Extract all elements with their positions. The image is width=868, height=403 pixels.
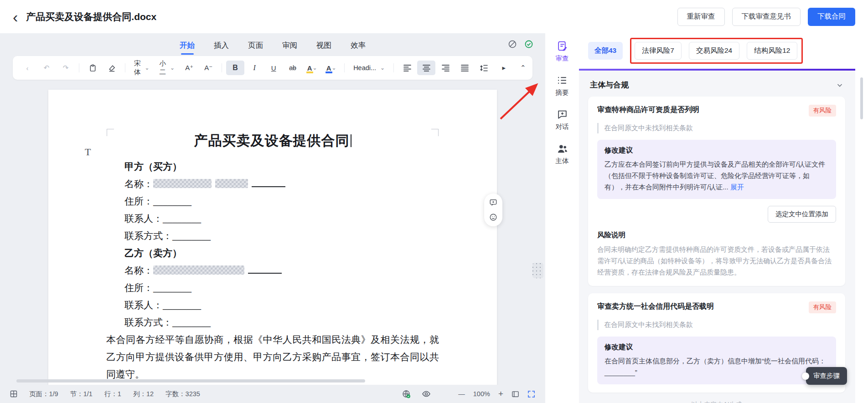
document-page[interactable]: T 产品买卖及设备提供合同 甲方（买方） 名称： 住所：________ 联系人… [48, 90, 497, 385]
paragraph-style-value: Headi... [353, 64, 376, 71]
card-actions: 选定文中位置添加 [597, 206, 836, 223]
paragraph-style-select[interactable]: Headi... ⌄ [349, 61, 389, 75]
section-title: 主体与合规 [590, 80, 629, 90]
eye-icon[interactable] [422, 390, 431, 398]
ribbon-menu: 开始 插入 页面 审阅 视图 效率 [0, 33, 545, 54]
party-a-address-line[interactable]: 住所：________ [106, 193, 439, 210]
align-center-icon[interactable] [417, 61, 435, 75]
sidebar-item-entity[interactable]: 主体 [556, 143, 569, 165]
suggestion-box: 修改建议 乙方应在本合同签订前向甲方提供与设备及产品相关的全部许可/认证文件（包… [597, 140, 836, 199]
line-spacing-icon[interactable] [475, 61, 493, 75]
chevron-down-icon[interactable] [836, 82, 843, 89]
party-a-name-line[interactable]: 名称： [106, 175, 439, 193]
menu-tab-start[interactable]: 开始 [179, 39, 196, 52]
tab-all-risks[interactable]: 全部43 [588, 42, 623, 60]
suggestion-text: 乙方应在本合同签订前向甲方提供与设备及产品相关的全部许可/认证文件（包括但不限于… [604, 158, 829, 193]
font-color-letter: A [326, 64, 332, 72]
tab-structure-risk[interactable]: 结构风险12 [747, 42, 797, 60]
party-b-contact-method-line[interactable]: 联系方式：________ [106, 314, 439, 331]
text-cursor-marker: T [85, 146, 91, 158]
panel-drag-handle[interactable] [532, 263, 543, 278]
vertical-scrollbar[interactable] [860, 77, 863, 119]
align-right-icon[interactable] [436, 61, 455, 75]
party-b-name-line[interactable]: 名称： [106, 262, 439, 279]
more-tools-icon[interactable]: ▸ [495, 61, 513, 75]
editor-area: 开始 插入 页面 审阅 视图 效率 ‹ ↶ [0, 33, 545, 403]
page-layout-icon[interactable] [10, 390, 17, 398]
sidebar-item-review[interactable]: 审查 [556, 41, 569, 63]
menu-tab-page[interactable]: 页面 [247, 39, 264, 52]
party-a-contact-line[interactable]: 联系人：________ [106, 210, 439, 227]
sidebar-item-label: 摘要 [556, 88, 569, 97]
contract-title[interactable]: 产品买卖及设备提供合同 [106, 132, 439, 150]
font-family-select[interactable]: 宋体 ⌄ [129, 61, 154, 75]
back-icon[interactable]: ‹ [13, 9, 18, 25]
fit-page-icon[interactable] [512, 390, 519, 398]
tab-trade-risk[interactable]: 交易风险24 [689, 42, 739, 60]
sidebar-item-label: 主体 [556, 157, 569, 165]
strikethrough-button[interactable]: ab [284, 61, 302, 75]
toolbar-collapse-left-icon[interactable]: ‹ [18, 61, 36, 75]
tab-legal-risk[interactable]: 法律风险7 [635, 42, 682, 60]
align-justify-icon[interactable] [455, 61, 474, 75]
cloud-saved-icon[interactable] [524, 40, 533, 49]
zoom-out-button[interactable]: — [458, 390, 465, 398]
highlight-letter: A [307, 64, 313, 72]
risk-explanation-text: 合同未明确约定乙方需提供特种商品的许可资质文件，若设备或产品属于依法需许可/认证… [597, 244, 836, 278]
spellcheck-globe-icon[interactable] [402, 390, 411, 398]
menu-tab-insert[interactable]: 插入 [213, 39, 230, 52]
font-size-select[interactable]: 小二 ⌄ [155, 61, 180, 75]
smiley-icon[interactable] [489, 213, 497, 221]
italic-button[interactable]: I [245, 61, 264, 75]
sidebar-item-summary[interactable]: 摘要 [556, 75, 569, 97]
undo-icon[interactable]: ↶ [37, 61, 56, 75]
contract-preamble[interactable]: 本合同各方经平等自愿协商，根据《中华人民共和国民法典》及相关法规，就乙方向甲方提… [106, 331, 439, 383]
expand-link[interactable]: 展开 [730, 183, 744, 191]
party-b-heading[interactable]: 乙方（卖方） [106, 245, 439, 262]
increase-font-icon[interactable]: A⁺ [180, 61, 198, 75]
add-comment-icon[interactable] [489, 199, 497, 207]
underline-button[interactable]: U [264, 61, 283, 75]
people-icon [557, 143, 568, 154]
review-card: 审查特种商品许可资质是否列明 有风险 在合同原文中未找到相关条款 修改建议 乙方… [588, 97, 845, 286]
download-opinion-button[interactable]: 下载审查意见书 [732, 8, 801, 26]
party-a-contact-method-line[interactable]: 联系方式：________ [106, 227, 439, 245]
main-area: 开始 插入 页面 审阅 视图 效率 ‹ ↶ [0, 33, 868, 403]
align-left-icon[interactable] [398, 61, 416, 75]
risk-badge: 有风险 [809, 105, 837, 117]
word-count: 字数：3235 [165, 390, 200, 398]
sidebar-item-chat[interactable]: 对话 [556, 109, 569, 131]
rereview-button[interactable]: 重新审查 [677, 8, 725, 26]
locate-in-doc-button[interactable]: 选定文中位置添加 [768, 206, 836, 223]
horizontal-scrollbar[interactable] [16, 379, 365, 383]
decrease-font-icon[interactable]: A⁻ [199, 61, 217, 75]
section-header-compliance[interactable]: 主体与合规 [588, 77, 845, 97]
summary-list-icon [557, 75, 568, 86]
format-eraser-icon[interactable] [103, 61, 121, 75]
paste-icon[interactable] [83, 61, 102, 75]
app-window: ‹ 产品买卖及设备提供合同.docx 重新审查 下载审查意见书 下载合同 开始 … [0, 0, 868, 403]
contract-title-text: 产品买卖及设备提供合同 [194, 133, 350, 148]
redacted-text [153, 265, 244, 275]
chevron-down-icon: ⌄ [313, 65, 317, 71]
collapse-toolbar-icon[interactable]: ⌃ [514, 61, 532, 75]
party-b-address-line[interactable]: 住所：________ [106, 279, 439, 296]
download-contract-button[interactable]: 下载合同 [808, 8, 855, 26]
watermark-icon[interactable] [508, 40, 517, 49]
section-indicator: 节：1/1 [70, 390, 93, 398]
font-color-button[interactable]: A ⌄ [322, 61, 340, 75]
blank-underline [248, 265, 282, 274]
zoom-in-button[interactable]: + [498, 389, 503, 399]
menu-tab-view[interactable]: 视图 [315, 39, 332, 52]
party-a-heading[interactable]: 甲方（买方） [106, 158, 439, 175]
menu-tab-efficiency[interactable]: 效率 [350, 39, 367, 52]
highlight-color-button[interactable]: A ⌄ [303, 61, 321, 75]
party-b-contact-line[interactable]: 联系人：________ [106, 296, 439, 314]
bold-button[interactable]: B [226, 61, 244, 75]
menu-tab-review[interactable]: 审阅 [281, 39, 298, 52]
redo-icon[interactable]: ↷ [57, 61, 75, 75]
menu-right-icons [508, 40, 533, 49]
contract-section-heading[interactable]: 1. 合同主旨 [106, 383, 439, 385]
fullscreen-icon[interactable] [527, 390, 535, 398]
review-steps-button[interactable]: 审查步骤 [806, 367, 847, 385]
